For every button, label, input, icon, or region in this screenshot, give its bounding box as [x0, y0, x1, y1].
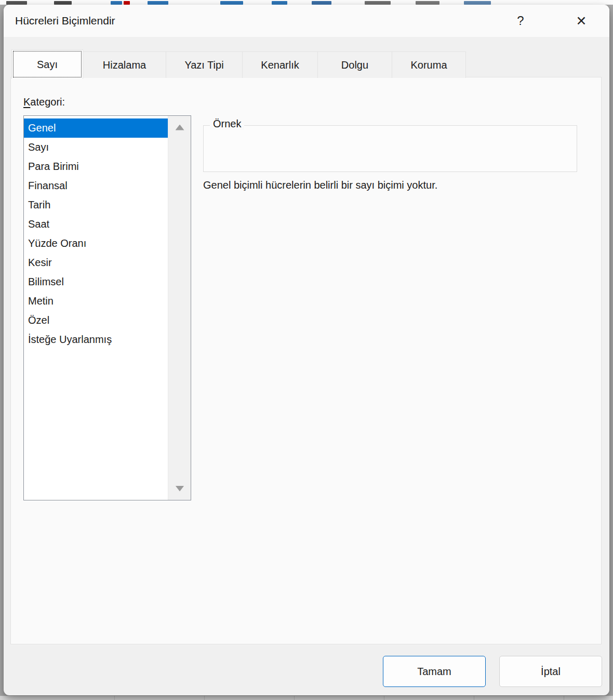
sample-groupbox-legend: Örnek — [210, 118, 244, 130]
scroll-down-button[interactable] — [168, 478, 191, 499]
help-button[interactable]: ? — [509, 10, 532, 32]
ribbon-icon-fragment — [272, 1, 287, 5]
list-item-yuzde-orani[interactable]: Yüzde Oranı — [24, 234, 168, 253]
tabstrip: Sayı Hizalama Yazı Tipi Kenarlık Dolgu K… — [11, 48, 466, 78]
list-item-saat[interactable]: Saat — [24, 215, 168, 234]
close-button[interactable]: ✕ — [570, 10, 593, 32]
ribbon-icon-fragment — [365, 1, 391, 5]
list-item-para-birimi[interactable]: Para Birimi — [24, 157, 168, 176]
list-item-bilimsel[interactable]: Bilimsel — [24, 272, 168, 292]
scroll-up-button[interactable] — [168, 117, 191, 138]
list-item-genel[interactable]: Genel — [24, 118, 168, 138]
ribbon-icon-fragment — [416, 1, 439, 5]
category-label-rest: ategori: — [30, 96, 65, 108]
tab-dolgu[interactable]: Dolgu — [318, 51, 392, 78]
scroll-up-icon — [176, 125, 184, 130]
tab-label: Dolgu — [341, 59, 368, 71]
sample-groupbox: Örnek — [203, 125, 577, 172]
list-scrollbar[interactable] — [168, 116, 191, 500]
category-list: Genel Sayı Para Birimi Finansal Tarih Sa… — [24, 116, 168, 500]
worksheet-sliver — [0, 695, 613, 700]
ribbon-icon-fragment — [312, 1, 331, 5]
list-item-finansal[interactable]: Finansal — [24, 176, 168, 195]
tab-label: Kenarlık — [261, 59, 299, 71]
close-icon: ✕ — [576, 14, 587, 29]
tab-label: Hizalama — [103, 59, 146, 71]
ribbon-icon-fragment — [220, 1, 243, 5]
help-icon: ? — [517, 14, 524, 28]
ribbon-icon-fragment — [124, 1, 130, 5]
ribbon-icon-fragment — [6, 1, 27, 5]
tab-label: Koruma — [410, 59, 447, 71]
tab-sayi[interactable]: Sayı — [11, 49, 83, 79]
dialog-title: Hücreleri Biçimlendir — [15, 5, 115, 37]
ok-button[interactable]: Tamam — [383, 656, 486, 687]
list-item-metin[interactable]: Metin — [24, 292, 168, 311]
ribbon-icon-fragment — [111, 1, 122, 5]
tab-label: Sayı — [37, 59, 58, 71]
number-tab-page: Kategori: Genel Sayı Para Birimi Finansa… — [10, 77, 602, 644]
format-cells-dialog: Hücreleri Biçimlendir ? ✕ Sayı Hizalama … — [4, 5, 609, 695]
ribbon-sliver — [0, 0, 613, 5]
tab-kenarlik[interactable]: Kenarlık — [243, 51, 318, 78]
list-item-tarih[interactable]: Tarih — [24, 195, 168, 215]
list-item-ozel[interactable]: Özel — [24, 311, 168, 330]
ribbon-icon-fragment — [54, 1, 72, 5]
list-item-kesir[interactable]: Kesir — [24, 253, 168, 272]
list-item-istege-uyarlanmis[interactable]: İsteğe Uyarlanmış — [24, 330, 168, 349]
category-label-accelerator: K — [23, 96, 30, 108]
category-label: Kategori: — [23, 96, 65, 108]
ribbon-icon-fragment — [464, 1, 491, 5]
tab-yazi-tipi[interactable]: Yazı Tipi — [166, 51, 243, 78]
category-listbox: Genel Sayı Para Birimi Finansal Tarih Sa… — [23, 115, 191, 500]
scroll-down-icon — [176, 486, 184, 492]
tab-label: Yazı Tipi — [184, 59, 223, 71]
tab-hizalama[interactable]: Hizalama — [83, 51, 166, 78]
dialog-titlebar: Hücreleri Biçimlendir ? ✕ — [4, 5, 609, 37]
cancel-button[interactable]: İptal — [499, 656, 602, 687]
list-item-sayi[interactable]: Sayı — [24, 138, 168, 157]
tab-koruma[interactable]: Koruma — [392, 51, 466, 78]
ribbon-icon-fragment — [148, 1, 168, 5]
format-description: Genel biçimli hücrelerin belirli bir say… — [203, 179, 588, 191]
